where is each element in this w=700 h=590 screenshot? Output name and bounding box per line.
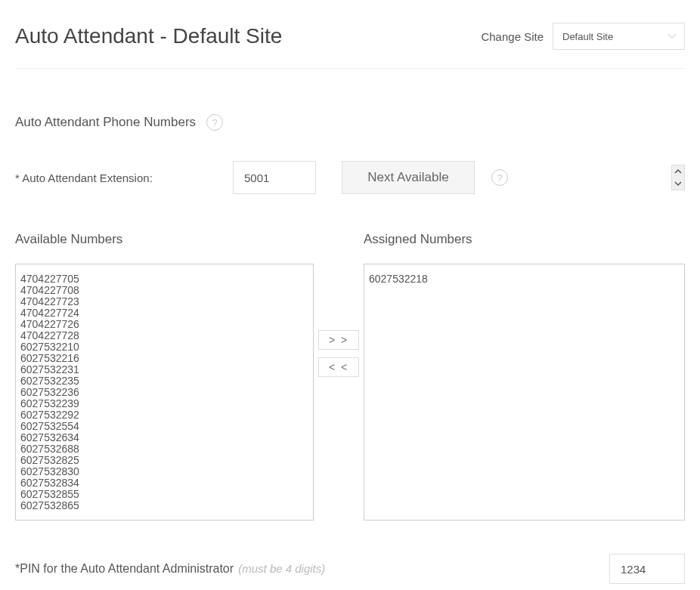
site-select-value: Default Site (562, 31, 613, 42)
extension-stepper[interactable] (671, 165, 685, 190)
list-item[interactable]: 6027532830 (20, 466, 310, 477)
list-item[interactable]: 6027532239 (20, 398, 310, 409)
chevron-down-icon[interactable] (672, 178, 684, 190)
chevron-down-icon (667, 31, 677, 42)
assigned-numbers-listbox[interactable]: 6027532218 (364, 264, 685, 520)
phone-numbers-section-label: Auto Attendant Phone Numbers (15, 115, 196, 130)
available-numbers-listbox[interactable]: 4704227705470422770847042277234704227724… (15, 264, 314, 520)
extension-label: * Auto Attendant Extension: (15, 171, 233, 184)
list-item[interactable]: 6027532834 (20, 477, 310, 489)
list-item[interactable]: 6027532216 (20, 353, 310, 364)
extension-input[interactable] (233, 161, 316, 194)
list-item[interactable]: 6027532236 (20, 387, 310, 398)
site-select[interactable]: Default Site (553, 23, 685, 50)
assigned-numbers-label: Assigned Numbers (364, 232, 685, 247)
pin-label-group: *PIN for the Auto Attendant Administrato… (15, 562, 325, 576)
change-site-label: Change Site (481, 30, 544, 43)
list-item[interactable]: 6027532554 (20, 421, 310, 432)
help-icon[interactable]: ? (491, 169, 508, 186)
next-available-button[interactable]: Next Available (342, 161, 475, 194)
chevron-up-icon[interactable] (672, 165, 684, 178)
pin-label: *PIN for the Auto Attendant Administrato… (15, 562, 234, 575)
list-item[interactable]: 4704227723 (20, 296, 310, 307)
pin-input[interactable] (609, 554, 685, 584)
list-item[interactable]: 4704227705 (20, 273, 310, 285)
pin-hint: (must be 4 digits) (235, 562, 325, 575)
list-item[interactable]: 6027532218 (369, 273, 681, 285)
list-item[interactable]: 4704227728 (20, 330, 310, 341)
list-item[interactable]: 6027532231 (20, 364, 310, 375)
list-item[interactable]: 4704227726 (20, 319, 310, 330)
move-left-button[interactable]: < < (318, 357, 359, 377)
list-item[interactable]: 6027532855 (20, 489, 310, 500)
change-site-group: Change Site Default Site (481, 23, 685, 50)
list-item[interactable]: 6027532634 (20, 432, 310, 443)
move-right-button[interactable]: > > (318, 330, 359, 350)
list-item[interactable]: 4704227708 (20, 285, 310, 296)
help-icon[interactable]: ? (206, 114, 223, 131)
list-item[interactable]: 6027532292 (20, 409, 310, 421)
list-item[interactable]: 6027532865 (20, 500, 310, 511)
list-item[interactable]: 6027532235 (20, 375, 310, 387)
list-item[interactable]: 4704227724 (20, 307, 310, 319)
page-title: Auto Attendant - Default Site (15, 24, 282, 48)
list-item[interactable]: 6027532210 (20, 341, 310, 353)
list-item[interactable]: 6027532825 (20, 455, 310, 466)
list-item[interactable]: 6027532688 (20, 443, 310, 455)
available-numbers-label: Available Numbers (15, 232, 314, 247)
